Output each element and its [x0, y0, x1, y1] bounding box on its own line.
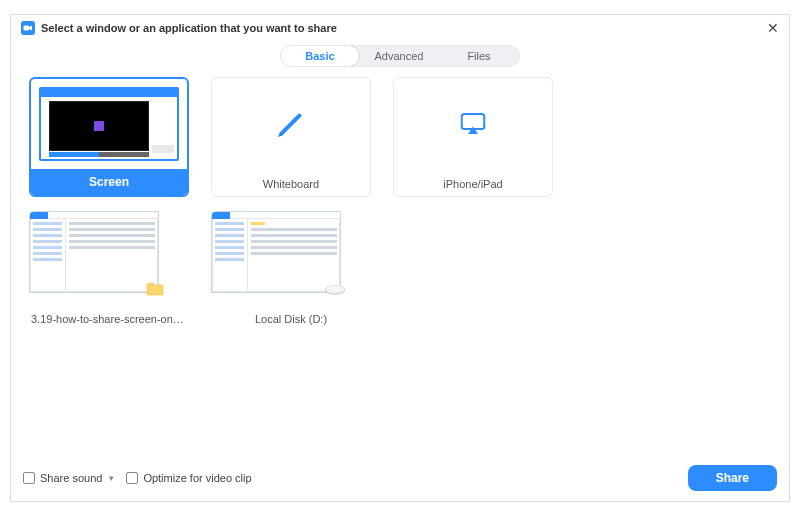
tile-iphone-ipad[interactable]: iPhone/iPad — [393, 77, 553, 197]
tile-window-2[interactable]: Local Disk (D:) — [211, 211, 371, 331]
tile-whiteboard[interactable]: Whiteboard — [211, 77, 371, 197]
tile-window-2-label: Local Disk (D:) — [211, 308, 371, 331]
disk-icon — [324, 284, 346, 294]
explorer-thumbnail — [29, 211, 159, 293]
titlebar: Select a window or an application that y… — [11, 15, 789, 41]
share-sound-label: Share sound — [40, 472, 102, 484]
checkbox-box — [23, 472, 35, 484]
zoom-icon — [21, 21, 35, 35]
optimize-label: Optimize for video clip — [143, 472, 251, 484]
svg-point-4 — [326, 286, 344, 293]
share-button[interactable]: Share — [688, 465, 777, 491]
tile-window-1-label: 3.19-how-to-share-screen-on-zo... — [29, 308, 189, 331]
pencil-icon — [274, 107, 308, 144]
close-icon[interactable]: ✕ — [767, 21, 779, 35]
tile-iphone-label: iPhone/iPad — [394, 173, 552, 196]
tile-whiteboard-preview — [212, 78, 370, 173]
tab-files[interactable]: Files — [439, 46, 519, 66]
tabs: Basic Advanced Files — [11, 41, 789, 77]
footer: Share sound ▾ Optimize for video clip Sh… — [11, 456, 789, 501]
optimize-checkbox[interactable]: Optimize for video clip — [126, 472, 251, 484]
desktop-thumbnail — [39, 87, 179, 161]
tile-screen-preview — [31, 79, 187, 169]
airplay-icon — [458, 109, 488, 142]
tile-screen[interactable]: Screen — [29, 77, 189, 197]
checkbox-box — [126, 472, 138, 484]
share-sound-checkbox[interactable]: Share sound ▾ — [23, 472, 114, 484]
tile-whiteboard-label: Whiteboard — [212, 173, 370, 196]
window-title: Select a window or an application that y… — [41, 22, 337, 34]
tab-basic[interactable]: Basic — [280, 45, 360, 67]
tile-iphone-preview — [394, 78, 552, 173]
tile-screen-label: Screen — [31, 169, 187, 195]
svg-rect-1 — [24, 26, 30, 31]
tab-advanced[interactable]: Advanced — [359, 46, 439, 66]
chevron-down-icon[interactable]: ▾ — [109, 473, 114, 483]
share-window: Select a window or an application that y… — [10, 14, 790, 502]
tile-window-2-preview — [211, 211, 371, 308]
folder-icon — [146, 282, 164, 296]
explorer-thumbnail — [211, 211, 341, 293]
tile-window-1[interactable]: 3.19-how-to-share-screen-on-zo... — [29, 211, 189, 331]
tile-window-1-preview — [29, 211, 189, 308]
share-grid: Screen Whiteboard — [11, 77, 789, 456]
